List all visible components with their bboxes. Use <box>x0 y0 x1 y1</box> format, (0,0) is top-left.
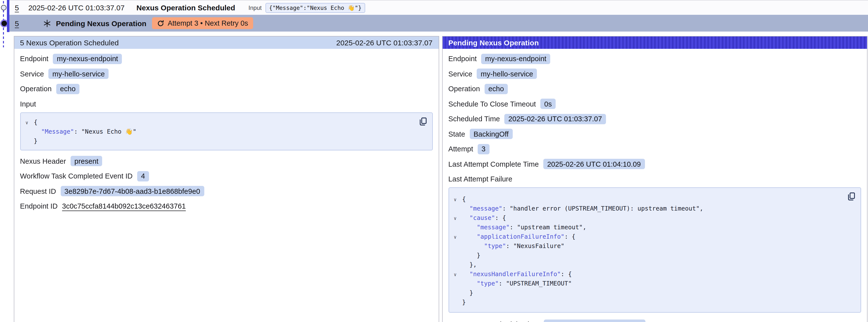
collapse-chevron-icon <box>453 223 462 232</box>
field-row: Scheduled Time2025-02-26 UTC 01:03:37.07 <box>448 114 861 124</box>
field-row: Last Attempt Complete Time2025-02-26 UTC… <box>448 159 861 169</box>
collapse-chevron-icon <box>453 260 462 270</box>
field-row: Workflow Task Completed Event ID4 <box>20 171 433 182</box>
field-value-badge: 0s <box>540 99 556 109</box>
field-row: Servicemy-hello-service <box>20 68 433 79</box>
attempt-retry-text: Attempt 3 • Next Retry 0s <box>167 19 248 27</box>
field-row: Endpointmy-nexus-endpoint <box>20 53 433 64</box>
collapse-chevron-icon <box>453 251 462 260</box>
copy-icon[interactable] <box>847 192 855 201</box>
event-detail-header-title: 5 Nexus Operation Scheduled <box>20 38 119 47</box>
event-timestamp: 2025-02-26 UTC 01:03:37.07 <box>28 3 125 12</box>
field-label: Service <box>20 70 44 78</box>
json-line: } <box>453 298 841 307</box>
pending-operation-header-title: Pending Nexus Operation <box>448 38 539 47</box>
field-value-badge: 2025-02-26 UTC 01:04:10.09 <box>543 159 645 169</box>
field-value-badge: 4 <box>137 171 149 181</box>
json-line: } <box>24 136 412 146</box>
field-label: Last Attempt Complete Time <box>448 160 539 168</box>
field-row: Next Attempt Schedule Time2025-02-26 UTC… <box>448 319 861 322</box>
field-row: Operationecho <box>448 83 861 94</box>
field-row: Operationecho <box>20 83 433 94</box>
failure-section-label: Last Attempt Failure <box>448 173 861 185</box>
field-row: Attempt3 <box>448 143 861 154</box>
field-label: Endpoint <box>448 55 477 63</box>
field-label: Service <box>448 70 472 78</box>
json-line: }, <box>453 260 841 270</box>
collapse-chevron-icon <box>453 242 462 251</box>
field-label: Next Attempt Schedule Time <box>448 321 539 322</box>
event-detail-header[interactable]: 5 Nexus Operation Scheduled 2025-02-26 U… <box>14 36 438 49</box>
collapse-chevron-icon <box>24 136 34 146</box>
field-value-badge: echo <box>484 84 508 94</box>
pending-title: Pending Nexus Operation <box>56 19 147 27</box>
collapse-chevron-icon[interactable]: ∨ <box>453 195 462 204</box>
json-line: } <box>453 288 841 298</box>
field-value-badge: present <box>70 156 102 166</box>
attempt-retry-badge: Attempt 3 • Next Retry 0s <box>152 17 253 29</box>
copy-icon[interactable] <box>419 117 427 126</box>
event-id-link[interactable]: 5 <box>15 3 19 12</box>
field-label: Nexus Header <box>20 157 66 165</box>
field-label: State <box>448 130 465 138</box>
field-row: Nexus Headerpresent <box>20 156 433 166</box>
json-line: "Message": "Nexus Echo 👋" <box>24 127 412 136</box>
json-line: ∨ "nexusHandlerFailureInfo": { <box>453 270 841 279</box>
collapse-chevron-icon[interactable]: ∨ <box>453 232 462 242</box>
event-row-scheduled[interactable]: 5 2025-02-26 UTC 01:03:37.07 Nexus Opera… <box>9 0 868 15</box>
timeline-marker-selected-icon <box>1 21 7 26</box>
json-line: "message": "handler error (UPSTREAM_TIME… <box>453 204 841 214</box>
field-label: Request ID <box>20 187 56 195</box>
collapse-chevron-icon <box>24 127 34 136</box>
event-detail-header-timestamp: 2025-02-26 UTC 01:03:37.07 <box>336 38 433 47</box>
field-value-badge: 2025-02-26 UTC 01:04:13.93 <box>544 319 645 322</box>
pending-event-id-link[interactable]: 5 <box>15 19 19 27</box>
retry-icon <box>157 20 164 27</box>
workflow-event-history-view: 5 2025-02-26 UTC 01:03:37.07 Nexus Opera… <box>0 0 868 322</box>
field-value-badge: 2025-02-26 UTC 01:03:37.07 <box>504 114 606 124</box>
field-value-badge: my-nexus-endpoint <box>481 54 550 64</box>
field-row: Schedule To Close Timeout0s <box>448 98 861 109</box>
json-line: } <box>453 251 841 260</box>
collapse-chevron-icon <box>453 298 462 307</box>
pending-operation-row[interactable]: 5 Pending Nexus Operation Attempt 3 • Ne… <box>9 15 868 32</box>
field-value-badge: my-hello-service <box>49 68 108 79</box>
field-row: Request ID3e829b7e-7d67-4b08-aad3-b1e868… <box>20 186 433 196</box>
event-detail-card: 5 Nexus Operation Scheduled 2025-02-26 U… <box>13 36 439 322</box>
event-input-chip: {"Message":"Nexus Echo 👋"} <box>266 3 365 12</box>
field-label: Attempt <box>448 145 473 153</box>
timeline-marker-open-icon <box>1 5 6 10</box>
pending-operation-header: Pending Nexus Operation <box>442 36 867 49</box>
collapse-chevron-icon <box>453 288 462 298</box>
json-line: "type": "NexusFailure" <box>453 242 841 251</box>
field-label: Endpoint <box>20 55 49 63</box>
collapse-chevron-icon[interactable]: ∨ <box>453 270 462 279</box>
field-value-badge: BackingOff <box>469 129 513 139</box>
input-section-label: Input <box>20 98 433 109</box>
field-label: Schedule To Close Timeout <box>448 100 536 108</box>
json-line: ∨ "cause": { <box>453 214 841 223</box>
field-row: StateBackingOff <box>448 128 861 139</box>
pending-operation-card: Pending Nexus Operation Endpointmy-nexus… <box>442 36 867 322</box>
field-label: Operation <box>20 85 52 93</box>
field-value-badge: my-nexus-endpoint <box>53 54 122 64</box>
event-input-label: Input <box>248 4 261 11</box>
endpoint-id-link[interactable]: 3c0c75ccfa8144b092c13ce632463761 <box>62 202 186 210</box>
failure-json-block: ∨{ "message": "handler error (UPSTREAM_T… <box>448 187 861 313</box>
field-row: Servicemy-hello-service <box>448 68 861 79</box>
collapse-chevron-icon[interactable]: ∨ <box>24 118 34 127</box>
field-value-badge: echo <box>56 84 80 94</box>
event-title: Nexus Operation Scheduled <box>136 3 235 12</box>
field-value-badge: 3 <box>478 144 490 154</box>
field-label: Scheduled Time <box>448 115 500 123</box>
timeline-gutter <box>0 0 9 322</box>
collapse-chevron-icon <box>453 204 462 214</box>
field-value-badge: my-hello-service <box>477 68 537 79</box>
field-label: Workflow Task Completed Event ID <box>20 172 132 180</box>
json-line: ∨{ <box>453 195 841 204</box>
collapse-chevron-icon[interactable]: ∨ <box>453 214 462 223</box>
field-row: Endpoint ID3c0c75ccfa8144b092c13ce632463… <box>20 201 433 212</box>
input-json-block: ∨{ "Message": "Nexus Echo 👋" } <box>20 112 433 150</box>
field-label: Operation <box>448 85 480 93</box>
pending-asterisk-icon <box>43 19 52 27</box>
